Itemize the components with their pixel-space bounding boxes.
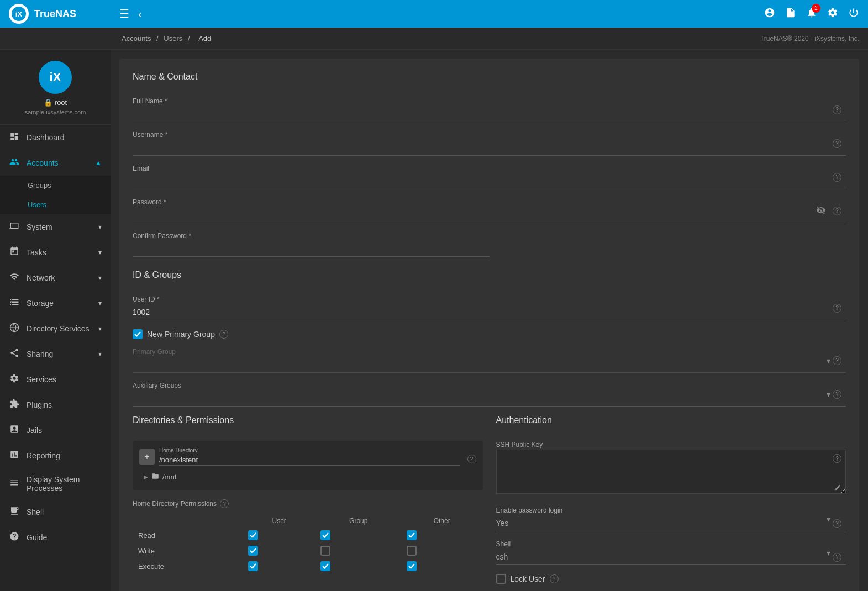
hamburger-icon[interactable]: ☰ — [119, 7, 129, 20]
sidebar-item-display-system-processes[interactable]: Display System Processes — [0, 468, 111, 499]
perm-row-read: Read — [134, 528, 482, 542]
lock-user-row: Lock User ? — [496, 574, 846, 584]
home-dir-input[interactable] — [159, 455, 460, 466]
storage-icon — [9, 297, 20, 309]
auxiliary-groups-help-icon[interactable]: ? — [833, 390, 841, 399]
email-wrapper: Email ? — [133, 165, 846, 189]
breadcrumb-accounts[interactable]: Accounts — [122, 34, 151, 43]
enable-password-help-icon[interactable]: ? — [833, 519, 841, 528]
breadcrumb-users[interactable]: Users — [164, 34, 182, 43]
reporting-icon — [9, 450, 20, 462]
dirs-auth-section: Directories & Permissions + Home Directo… — [133, 415, 846, 591]
shell-help-icon[interactable]: ? — [833, 553, 841, 562]
settings-icon[interactable] — [827, 7, 838, 21]
lock-user-help-icon[interactable]: ? — [550, 574, 559, 583]
plugins-icon — [9, 399, 20, 411]
home-dir-perms-help-icon[interactable]: ? — [220, 499, 229, 508]
sidebar-item-shell[interactable]: Shell — [0, 499, 111, 525]
primary-group-wrapper: Primary Group ? — [133, 348, 846, 373]
email-input[interactable] — [133, 173, 846, 189]
auxiliary-groups-select[interactable] — [133, 391, 846, 407]
breadcrumb-add: Add — [198, 34, 211, 43]
sidebar-item-label: Accounts — [27, 159, 59, 167]
home-dir-input-row: + Home Directory ? — [139, 447, 476, 466]
sidebar-item-reporting[interactable]: Reporting — [0, 443, 111, 468]
breadcrumb-sep2: / — [188, 34, 192, 43]
tasks-chevron: ▾ — [98, 249, 102, 256]
sidebar-item-guide[interactable]: Guide — [0, 525, 111, 550]
home-dir-help-icon[interactable]: ? — [467, 455, 476, 463]
primary-group-help-icon[interactable]: ? — [833, 356, 841, 365]
sidebar-item-accounts[interactable]: Accounts ▲ — [0, 150, 111, 176]
confirm-password-input[interactable] — [133, 241, 490, 257]
topbar: iX TrueNAS ☰ ‹ 2 — [0, 0, 868, 28]
sharing-chevron: ▾ — [98, 350, 102, 358]
user-id-row: User ID * ? — [133, 296, 846, 320]
perm-read-user[interactable] — [248, 530, 258, 540]
perm-execute-other[interactable] — [407, 561, 417, 571]
sidebar-item-plugins[interactable]: Plugins — [0, 392, 111, 418]
new-primary-group-checkbox[interactable] — [133, 329, 143, 339]
user-id-wrapper: User ID * ? — [133, 296, 846, 320]
sidebar-item-sharing[interactable]: Sharing ▾ — [0, 341, 111, 367]
directories-permissions-section: Directories & Permissions + Home Directo… — [133, 415, 483, 591]
perm-execute-user[interactable] — [248, 561, 258, 571]
user-id-input[interactable] — [133, 304, 846, 320]
ssh-key-edit-icon[interactable] — [834, 484, 841, 493]
email-help-icon[interactable]: ? — [833, 173, 841, 182]
user-id-help-icon[interactable]: ? — [833, 304, 841, 313]
sidebar-item-directory-services[interactable]: Directory Services ▾ — [0, 316, 111, 341]
sidebar-item-jails[interactable]: Jails — [0, 418, 111, 443]
perm-read-other[interactable] — [407, 530, 417, 540]
network-chevron: ▾ — [98, 274, 102, 282]
perm-write-other[interactable] — [407, 546, 417, 556]
password-visibility-icon[interactable] — [816, 205, 826, 217]
username-help-icon[interactable]: ? — [833, 139, 841, 148]
ssh-key-input[interactable] — [496, 450, 846, 494]
home-dir-label: Home Directory — [159, 447, 476, 453]
username-input[interactable] — [133, 140, 846, 156]
auxiliary-groups-wrapper: Auxiliary Groups ? — [133, 382, 846, 407]
perm-write-group[interactable] — [320, 546, 330, 556]
sidebar-item-label: Guide — [27, 533, 47, 542]
notifications-icon[interactable]: 2 — [806, 7, 817, 21]
username-text: root — [55, 98, 67, 107]
sidebar-item-label: Storage — [27, 299, 54, 308]
full-name-help-icon[interactable]: ? — [833, 105, 841, 114]
breadcrumb-sep1: / — [156, 34, 160, 43]
home-directory-section: + Home Directory ? ▶ — [133, 441, 483, 490]
sidebar-item-label: Tasks — [27, 248, 46, 257]
perm-execute-group[interactable] — [320, 561, 330, 571]
sidebar-item-services[interactable]: Services — [0, 367, 111, 392]
full-name-input[interactable] — [133, 106, 846, 122]
add-user-form: Name & Contact Full Name * ? Username * … — [119, 59, 859, 591]
primary-group-label: Primary Group — [133, 348, 846, 356]
power-icon[interactable] — [848, 7, 859, 21]
sidebar-item-network[interactable]: Network ▾ — [0, 265, 111, 291]
back-icon[interactable]: ‹ — [138, 8, 142, 20]
perm-write-user[interactable] — [248, 546, 258, 556]
sidebar-item-system[interactable]: System ▾ — [0, 214, 111, 240]
password-help-icon[interactable]: ? — [833, 207, 841, 215]
enable-password-select[interactable]: Yes No — [496, 515, 846, 531]
dirs-perms-title: Directories & Permissions — [133, 415, 483, 430]
perms-col-user: User — [244, 515, 315, 527]
tasks-icon[interactable] — [785, 7, 796, 21]
perm-row-execute: Execute — [134, 559, 482, 573]
lock-user-checkbox[interactable] — [496, 574, 506, 584]
ssh-key-help-icon[interactable]: ? — [833, 454, 841, 463]
sidebar-item-groups[interactable]: Groups — [0, 176, 111, 195]
add-home-dir-btn[interactable]: + — [139, 449, 155, 465]
password-input[interactable] — [133, 207, 846, 223]
perm-read-group[interactable] — [320, 530, 330, 540]
ssh-key-label: SSH Public Key — [496, 441, 846, 448]
syslog-icon[interactable] — [764, 7, 775, 21]
shell-select[interactable]: csh bash sh zsh — [496, 549, 846, 565]
sidebar-item-users[interactable]: Users — [0, 195, 111, 214]
new-primary-group-help-icon[interactable]: ? — [219, 330, 228, 339]
sidebar-item-storage[interactable]: Storage ▾ — [0, 291, 111, 316]
dir-tree-mnt[interactable]: ▶ /mnt — [139, 470, 476, 484]
sidebar-item-tasks[interactable]: Tasks ▾ — [0, 240, 111, 265]
primary-group-select[interactable] — [133, 357, 846, 373]
sidebar-item-dashboard[interactable]: Dashboard — [0, 125, 111, 150]
